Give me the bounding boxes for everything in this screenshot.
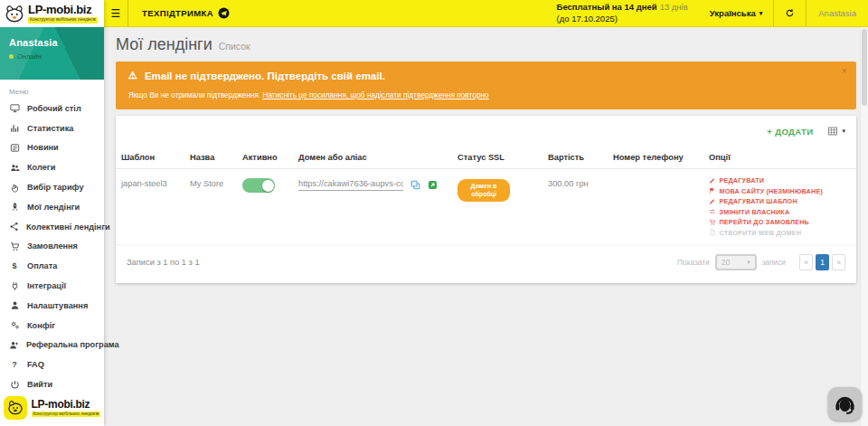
support-chat-widget[interactable] <box>828 387 862 421</box>
sidebar-item-statistics[interactable]: Статистика <box>0 118 104 138</box>
logo-subtitle: Конструктор мобільних лендінгів <box>32 412 101 418</box>
sidebar-item-integrations[interactable]: Інтеграції <box>0 276 104 296</box>
column-visibility-button[interactable]: ▾ <box>827 126 845 137</box>
sidebar-item-label: Статистика <box>27 124 73 133</box>
refresh-button[interactable] <box>773 0 806 26</box>
sidebar-item-label: Вийти <box>27 380 52 389</box>
option-edit-template[interactable]: РЕДАГУВАТИ ШАБЛОН <box>709 197 851 205</box>
table-header-row: ШаблонНазваАктивноДомен або аліасСтатус … <box>116 147 856 169</box>
chevron-down-icon: ▾ <box>760 10 763 17</box>
hamburger-menu-icon[interactable]: ☰ <box>104 0 128 26</box>
mascot-dog-icon <box>5 4 24 24</box>
landings-icon <box>9 202 20 212</box>
email-alert: ⚠ Email не підтверджено. Підтвердіть сві… <box>116 62 856 109</box>
domain-link[interactable]: https://cakawi7636-aupvs-com-42 <box>298 179 403 191</box>
external-link-icon[interactable] <box>428 180 438 190</box>
sidebar-item-label: Реферальна програма <box>26 340 119 349</box>
cart-icon <box>9 241 20 251</box>
sidebar-item-label: Конфіг <box>27 321 55 330</box>
toggle-knob <box>262 180 274 192</box>
refresh-icon <box>785 8 795 18</box>
language-dropdown[interactable]: Українська ▾ <box>699 0 773 26</box>
sidebar-item-collective-landings[interactable]: Колективні лендінги <box>0 217 104 237</box>
sidebar-item-payment[interactable]: $Оплата <box>0 256 104 276</box>
column-header: Домен або аліас <box>293 147 452 169</box>
column-header: Вартість <box>542 147 608 169</box>
logo-subtitle: Конструктор мобільних лендінгів <box>28 17 98 24</box>
option-label: РЕДАГУВАТИ ШАБЛОН <box>720 197 797 205</box>
sidebar-item-config[interactable]: Конфіг <box>0 316 104 336</box>
resend-confirmation-link[interactable]: Натисніть це посилання, щоб надіслати пі… <box>262 90 488 99</box>
add-landing-button[interactable]: + ДОДАТИ <box>767 127 813 137</box>
option-change-owner[interactable]: ЗМІНИТИ ВЛАСНИКА <box>709 208 851 216</box>
option-label: РЕДАГУВАТИ <box>720 176 765 185</box>
records-label: записи <box>762 258 786 267</box>
sidebar-item-label: Замовлення <box>27 241 78 251</box>
settings-icon <box>9 300 20 310</box>
sidebar-item-logout[interactable]: Вийти <box>0 374 104 394</box>
sidebar-logo[interactable]: LP-mobi.biz Конструктор мобільних лендін… <box>0 0 104 27</box>
edit-icon <box>709 198 716 205</box>
profile-card: Anastasia Онлайн <box>0 27 104 80</box>
alert-body: Якщо Ви не отримали підтвердження. Натис… <box>128 90 844 99</box>
active-toggle[interactable] <box>242 178 275 193</box>
chevron-down-icon: ▾ <box>842 128 845 135</box>
integrations-icon <box>9 281 20 291</box>
faq-icon: ? <box>9 360 20 369</box>
pagination-page-1[interactable]: 1 <box>816 254 829 270</box>
option-edit[interactable]: РЕДАГУВАТИ <box>709 176 851 185</box>
option-create-web-domain: СТВОРИТИ WEB ДОМЕН <box>709 229 851 237</box>
main-content: Мої лендінги Список ⚠ Email не підтвердж… <box>104 27 868 426</box>
pagination-next-button[interactable]: » <box>832 254 845 270</box>
sidebar-item-faq[interactable]: ?FAQ <box>0 355 104 374</box>
scrollbar-thumb[interactable] <box>862 29 867 106</box>
ssl-status-badge: Домен в обробці <box>458 179 510 202</box>
user-menu[interactable]: Anastasia <box>806 0 868 26</box>
tariff-icon <box>9 183 20 193</box>
landings-table: ШаблонНазваАктивноДомен або аліасСтатус … <box>116 147 856 244</box>
page-size-select[interactable]: 20 ▾ <box>715 254 757 270</box>
option-site-language[interactable]: МОВА САЙТУ (НЕЗМІНЮВАНЕ) <box>709 187 851 195</box>
chevron-down-icon: ▾ <box>747 259 750 266</box>
sidebar-footer-logo[interactable]: LP-mobi.biz Конструктор мобільних лендін… <box>0 396 104 420</box>
exit-icon <box>9 380 20 390</box>
column-header: Статус SSL <box>452 147 542 169</box>
logo-title: LP-mobi.biz <box>28 4 98 15</box>
page-title: Мої лендінги <box>116 35 212 54</box>
sidebar-item-tariff[interactable]: Вибір тарифу <box>0 177 104 197</box>
colleagues-icon <box>9 163 20 173</box>
scrollbar[interactable] <box>860 27 868 426</box>
sidebar-item-settings[interactable]: Налаштування <box>0 296 104 316</box>
sidebar-item-colleagues[interactable]: Колеги <box>0 157 104 177</box>
pagination-prev-button[interactable]: « <box>799 254 813 270</box>
profile-name: Anastasia <box>9 37 95 48</box>
option-label: ПЕРЕЙТИ ДО ЗАМОВЛЕНЬ <box>720 218 809 226</box>
support-link[interactable]: ТЕХПІДТРИМКА <box>128 7 243 19</box>
referral-icon <box>9 340 19 350</box>
page-subtitle: Список <box>219 41 250 52</box>
sidebar-item-orders[interactable]: Замовлення <box>0 237 104 257</box>
config-icon <box>9 320 20 330</box>
telegram-icon <box>218 7 230 19</box>
option-go-to-orders[interactable]: ПЕРЕЙТИ ДО ЗАМОВЛЕНЬ <box>709 218 851 226</box>
logo-title: LP-mobi.biz <box>32 399 101 410</box>
sidebar-item-my-landings[interactable]: Мої лендінги <box>0 197 104 217</box>
sidebar-item-desktop[interactable]: Робочий стіл <box>0 99 104 118</box>
panel-toolbar: + ДОДАТИ ▾ <box>116 116 856 147</box>
headset-icon <box>833 392 857 416</box>
landings-panel: + ДОДАТИ ▾ ШаблонНазваАктивноДомен або а… <box>116 116 856 283</box>
sidebar-item-referral[interactable]: Реферальна програма <box>0 336 104 355</box>
sidebar-item-label: Налаштування <box>27 301 88 310</box>
online-dot-icon <box>9 54 14 59</box>
sidebar-item-news[interactable]: Новини <box>0 138 104 158</box>
records-info: Записи з 1 по 1 з 1 <box>127 258 200 267</box>
sidebar-item-label: Оплата <box>27 261 57 270</box>
close-icon[interactable]: × <box>842 66 847 76</box>
panel-footer: Записи з 1 по 1 з 1 Показати 20 ▾ записи… <box>116 244 856 283</box>
sidebar: LP-mobi.biz Конструктор мобільних лендін… <box>0 0 104 426</box>
sidebar-item-label: Вибір тарифу <box>27 183 84 192</box>
copy-icon[interactable] <box>410 180 420 190</box>
show-label: Показати <box>677 258 710 267</box>
column-header: Назва <box>184 147 237 169</box>
news-icon <box>9 143 20 153</box>
